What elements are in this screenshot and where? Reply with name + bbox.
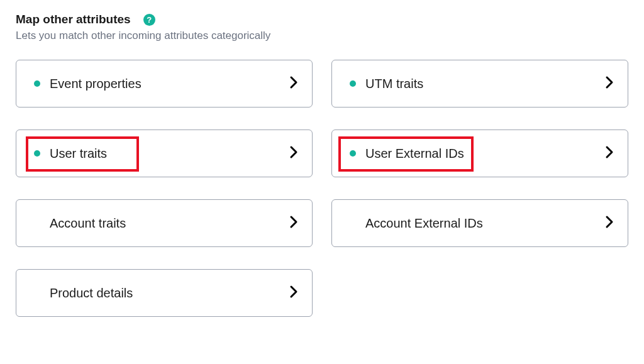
card-utm-traits[interactable]: UTM traits xyxy=(331,60,628,108)
card-label: User traits xyxy=(50,146,107,161)
status-dot-icon xyxy=(34,150,40,157)
card-content: Account External IDs xyxy=(350,216,483,231)
card-content: Product details xyxy=(34,286,133,301)
chevron-right-icon xyxy=(289,215,298,231)
chevron-right-icon xyxy=(289,285,298,301)
section-title: Map other attributes xyxy=(16,13,131,26)
card-label: Product details xyxy=(50,286,133,301)
chevron-right-icon xyxy=(605,145,614,162)
section-subtitle: Lets you match other incoming attributes… xyxy=(16,30,628,42)
card-label: Event properties xyxy=(50,77,142,91)
status-dot-icon xyxy=(350,80,356,87)
chevron-right-icon xyxy=(605,215,614,231)
card-content: User External IDs xyxy=(350,146,464,161)
card-product-details[interactable]: Product details xyxy=(16,269,313,317)
card-user-traits[interactable]: User traits xyxy=(16,130,313,177)
card-label: Account External IDs xyxy=(365,216,483,231)
card-content: User traits xyxy=(34,146,107,161)
card-content: UTM traits xyxy=(350,77,423,91)
card-content: Event properties xyxy=(34,77,142,91)
status-dot-icon xyxy=(34,80,40,87)
card-user-external-ids[interactable]: User External IDs xyxy=(331,130,628,177)
card-label: Account traits xyxy=(50,216,126,231)
status-dot-icon xyxy=(350,150,356,157)
card-event-properties[interactable]: Event properties xyxy=(16,60,313,108)
card-label: User External IDs xyxy=(365,146,464,161)
card-account-external-ids[interactable]: Account External IDs xyxy=(331,199,628,247)
chevron-right-icon xyxy=(289,75,298,92)
card-content: Account traits xyxy=(34,216,126,231)
card-account-traits[interactable]: Account traits xyxy=(16,199,313,247)
help-icon[interactable]: ? xyxy=(143,14,155,26)
chevron-right-icon xyxy=(605,75,614,92)
attribute-cards-grid: Event properties UTM traits User traits … xyxy=(16,60,628,317)
card-label: UTM traits xyxy=(365,77,423,91)
section-header: Map other attributes ? xyxy=(16,13,628,26)
chevron-right-icon xyxy=(289,145,298,162)
